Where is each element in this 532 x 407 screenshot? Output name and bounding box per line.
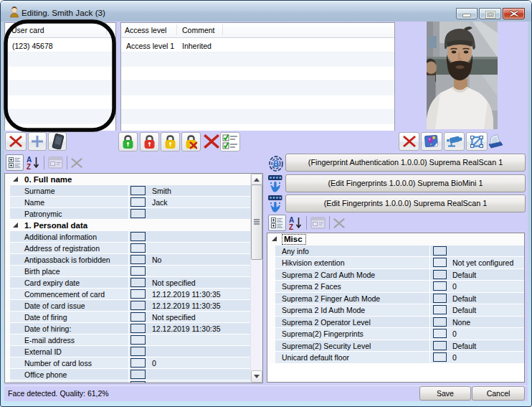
svg-text:Z: Z — [289, 223, 293, 230]
svg-text:Z: Z — [27, 163, 31, 170]
